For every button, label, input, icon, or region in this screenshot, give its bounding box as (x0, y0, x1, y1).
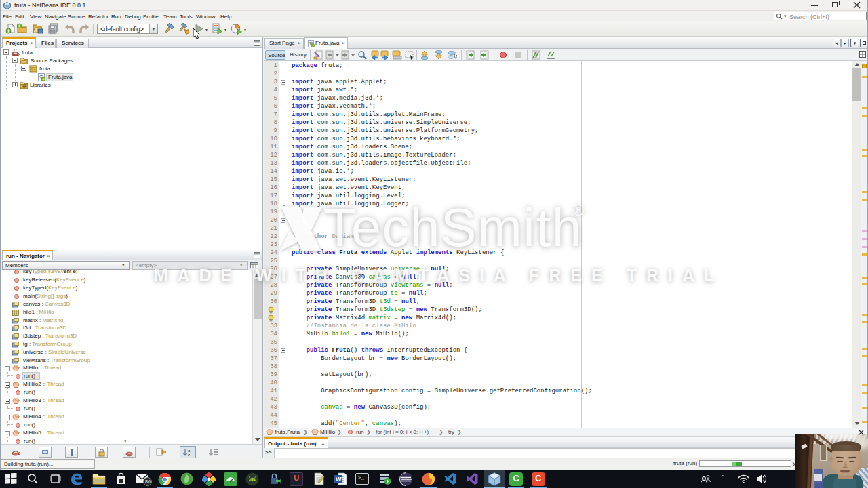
svg-text:z: z (188, 453, 190, 457)
svg-text:W: W (336, 476, 342, 483)
